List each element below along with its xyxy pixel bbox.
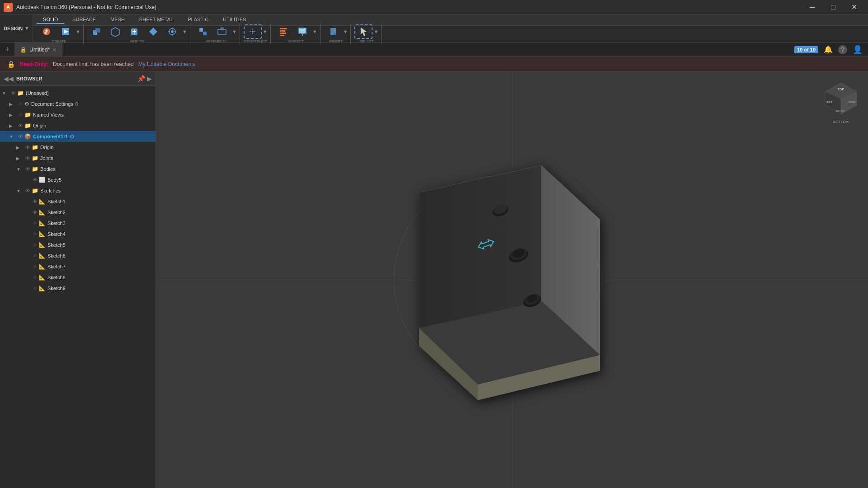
visibility-toggle-component1[interactable]: 👁: [16, 134, 24, 139]
visibility-toggle-origin[interactable]: 👁: [16, 123, 24, 128]
browser-tree-item-doc-settings[interactable]: 👁⚙Document Settings⚙: [0, 99, 156, 109]
browser-tree-item-root[interactable]: 👁📁(Unsaved): [0, 88, 156, 99]
tab-plastic[interactable]: PLASTIC: [181, 16, 215, 24]
modify-btn-4[interactable]: [144, 24, 162, 39]
visibility-toggle-joints[interactable]: 👁: [24, 155, 32, 161]
add-document-button[interactable]: +: [0, 42, 14, 57]
visibility-toggle-bodies[interactable]: 👁: [24, 166, 32, 172]
visibility-toggle-comp-origin[interactable]: 👁: [24, 145, 32, 150]
svg-text:RIGHT: RIGHT: [849, 101, 857, 103]
browser-tree-item-sketch3[interactable]: 👁📐Sketch3: [0, 218, 156, 229]
modify-dropdown-arrow: ▼: [182, 29, 187, 34]
browser-pin-button[interactable]: 📌: [137, 75, 145, 82]
create-btn-2[interactable]: [57, 24, 75, 39]
svg-marker-36: [361, 28, 367, 36]
browser-tree-item-bodies[interactable]: 👁📁Bodies: [0, 164, 156, 174]
design-dropdown[interactable]: DESIGN ▼: [0, 14, 33, 42]
tab-utilities[interactable]: UTILITIES: [217, 16, 252, 24]
visibility-toggle-sketch2[interactable]: 👁: [31, 210, 39, 215]
svg-marker-9: [149, 28, 157, 36]
browser-tree-item-component1[interactable]: 👁📦Component1:1⊙: [0, 131, 156, 142]
create-dropdown-arrow: ▼: [75, 29, 80, 34]
tab-solid[interactable]: SOLID: [37, 16, 64, 24]
construct-label: CONSTRUCT: [244, 39, 267, 43]
target-icon[interactable]: ⊙: [70, 133, 74, 140]
modify-btn-5[interactable]: [163, 24, 181, 39]
create-btn-1[interactable]: [38, 24, 56, 39]
browser-tree-item-sketch7[interactable]: 👁📐Sketch7: [0, 261, 156, 272]
visibility-toggle-sketch8[interactable]: 👁: [31, 275, 39, 280]
svg-text:TOP: TOP: [838, 88, 844, 91]
viewport[interactable]: TOP LEFT RIGHT FRONT BOTTOM: [156, 71, 868, 488]
browser-tree-item-sketch9[interactable]: 👁📐Sketch9: [0, 283, 156, 294]
tab-surface[interactable]: SURFACE: [66, 16, 102, 24]
doc-lock-icon: 🔒: [20, 47, 27, 53]
visibility-toggle-sketch6[interactable]: 👁: [31, 253, 39, 258]
visibility-toggle-sketch3[interactable]: 👁: [31, 221, 39, 226]
browser-tree-item-sketch2[interactable]: 👁📐Sketch2: [0, 207, 156, 218]
visibility-toggle-root[interactable]: 👁: [9, 90, 17, 96]
modify-btn-3[interactable]: [125, 24, 143, 39]
select-btn-1[interactable]: [354, 24, 373, 39]
select-label: SELECT: [359, 39, 373, 43]
browser-tree-item-sketch5[interactable]: 👁📐Sketch5: [0, 239, 156, 250]
construct-group: ▼ CONSTRUCT: [241, 23, 271, 44]
tabstrip: + 🔒 Untitled* × 10 of 10 🔔 ? 👤: [0, 42, 868, 57]
browser-tree-item-sketch6[interactable]: 👁📐Sketch6: [0, 250, 156, 261]
navigation-cube[interactable]: TOP LEFT RIGHT FRONT BOTTOM: [823, 80, 859, 117]
profile-icon[interactable]: 👤: [853, 45, 863, 55]
assemble-btn-1[interactable]: [194, 24, 212, 39]
browser-collapse-button[interactable]: ◀◀: [4, 75, 14, 82]
construct-btn-1[interactable]: [244, 24, 262, 39]
titlebar: A Autodesk Fusion 360 (Personal - Not fo…: [0, 0, 868, 14]
minimize-button[interactable]: ─: [802, 0, 823, 14]
browser-panel: ◀◀ BROWSER 📌 ▶ 👁📁(Unsaved)👁⚙Document Set…: [0, 71, 156, 488]
browser-actions: 📌 ▶: [137, 75, 152, 82]
browser-tree-item-sketch4[interactable]: 👁📐Sketch4: [0, 229, 156, 239]
visibility-toggle-sketch5[interactable]: 👁: [31, 242, 39, 248]
visibility-toggle-sketch7[interactable]: 👁: [31, 264, 39, 269]
browser-tree-item-comp-origin[interactable]: 👁📁Origin: [0, 142, 156, 153]
document-tab[interactable]: 🔒 Untitled* ×: [14, 42, 62, 57]
visibility-toggle-sketch1[interactable]: 👁: [31, 199, 39, 204]
document-count-badge: 10 of 10: [794, 46, 818, 53]
assemble-btn-2[interactable]: [213, 24, 231, 39]
close-document-button[interactable]: ×: [52, 46, 56, 53]
editable-documents-link[interactable]: My Editable Documents: [138, 61, 196, 67]
insert-label: INSERT: [329, 39, 342, 43]
insert-group: ▼ INSERT: [321, 23, 351, 44]
document-tab-name: Untitled*: [29, 47, 50, 53]
insert-btn-1[interactable]: [324, 24, 342, 39]
modify-btn-2[interactable]: [106, 24, 124, 39]
visibility-toggle-body5[interactable]: 👁: [31, 177, 39, 183]
browser-tree-item-sketch1[interactable]: 👁📐Sketch1: [0, 196, 156, 207]
help-icon[interactable]: ?: [838, 45, 847, 54]
svg-text:FRONT: FRONT: [836, 110, 846, 113]
browser-expand-button[interactable]: ▶: [147, 75, 152, 82]
svg-point-11: [171, 30, 174, 33]
visibility-toggle-named-views[interactable]: 👁: [16, 112, 24, 117]
visibility-toggle-sketches[interactable]: 👁: [24, 188, 32, 193]
browser-tree-item-named-views[interactable]: 👁📁Named Views: [0, 109, 156, 120]
browser-tree-item-sketches[interactable]: 👁📁Sketches: [0, 185, 156, 196]
browser-tree-item-joints[interactable]: 👁📁Joints: [0, 153, 156, 164]
tab-sheet-metal[interactable]: SHEET METAL: [133, 16, 179, 24]
document-count: 10 of 10: [794, 46, 818, 53]
inspect-btn-2[interactable]: [293, 24, 311, 39]
notification-icon[interactable]: 🔔: [824, 45, 833, 54]
model-svg: [383, 165, 618, 418]
modify-label: MODIFY: [130, 39, 144, 43]
visibility-toggle-sketch4[interactable]: 👁: [31, 231, 39, 237]
visibility-toggle-doc-settings[interactable]: 👁: [16, 101, 24, 107]
modify-btn-1[interactable]: [87, 24, 105, 39]
browser-tree-item-sketch8[interactable]: 👁📐Sketch8: [0, 272, 156, 283]
maximize-button[interactable]: □: [823, 0, 844, 14]
close-button[interactable]: ✕: [844, 0, 864, 14]
browser-tree-item-origin[interactable]: 👁📁Origin: [0, 120, 156, 131]
inspect-btn-1[interactable]: [274, 24, 292, 39]
visibility-toggle-sketch9[interactable]: 👁: [31, 286, 39, 291]
design-dropdown-arrow: ▼: [24, 26, 29, 31]
tab-mesh[interactable]: MESH: [104, 16, 131, 24]
svg-rect-27: [280, 30, 285, 32]
browser-tree-item-body5[interactable]: 👁⬜Body5: [0, 174, 156, 185]
